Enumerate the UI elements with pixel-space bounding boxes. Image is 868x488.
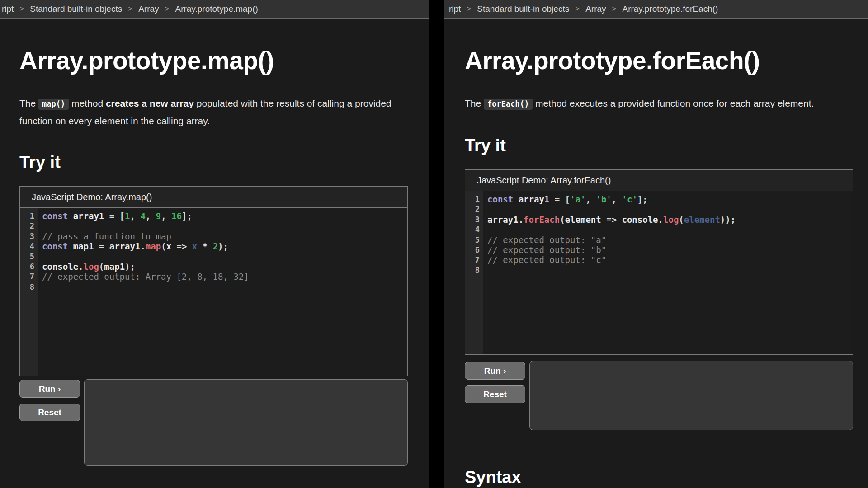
code-token: = [ [549,194,570,204]
code-token: . [658,215,663,225]
code-token: = [94,241,109,251]
code-line[interactable]: array1.forEach(element => console.log(el… [487,215,853,225]
code-token: array1 [73,211,104,221]
try-it-heading: Try it [465,136,853,155]
code-token: , [130,211,141,221]
code-token: map [146,241,161,251]
code-lines[interactable]: const array1 = [1, 4, 9, 16];// pass a f… [38,208,407,376]
line-number: 5 [20,252,38,262]
code-token: ( [560,215,565,225]
code-token: array1 [519,194,550,204]
inline-code-chip: map() [38,99,69,110]
code-line[interactable] [487,265,853,275]
line-number: 2 [465,204,483,214]
breadcrumb-separator-icon: > [128,5,132,14]
code-token: = [ [104,211,125,221]
code-token: console [622,215,658,225]
line-number: 1 [465,194,483,204]
breadcrumb-item[interactable]: ript [2,4,14,14]
breadcrumb-item[interactable]: Standard built-in objects [30,4,122,14]
code-line[interactable]: const array1 = ['a', 'b', 'c']; [487,194,853,204]
code-token: . [519,215,524,225]
reset-button[interactable]: Reset [19,404,80,421]
code-editor: JavaScript Demo: Array.forEach() 1234567… [465,169,853,355]
code-token: map1 [73,241,94,251]
description-text: The [19,98,38,108]
page-title: Array.prototype.map() [19,47,408,74]
code-token: 2 [213,241,218,251]
code-token: console [42,262,78,272]
code-token: array1 [109,241,141,251]
code-token: ( [161,241,166,251]
code-area[interactable]: 12345678 const array1 = ['a', 'b', 'c'];… [465,191,853,354]
code-token: element [565,215,601,225]
line-number: 4 [20,241,38,251]
breadcrumb-separator-icon: > [165,5,170,14]
code-token [68,241,73,251]
line-number-gutter: 12345678 [20,208,38,376]
code-line[interactable]: // pass a function to map [42,231,407,241]
breadcrumb-separator-icon: > [467,5,471,14]
code-area[interactable]: 12345678 const array1 = [1, 4, 9, 16];//… [20,208,407,376]
breadcrumb-item[interactable]: Array [138,4,159,14]
syntax-heading: Syntax [465,467,853,487]
split-view: ript>Standard built-in objects>Array>Arr… [0,0,868,488]
breadcrumb-item[interactable]: Array [585,4,606,14]
line-number: 7 [465,255,483,265]
code-token: ); [125,262,135,272]
code-token: , [612,194,622,204]
code-line[interactable]: console.log(map1); [42,262,407,272]
code-token: x [192,241,197,251]
code-line[interactable] [42,221,407,231]
code-line[interactable]: const array1 = [1, 4, 9, 16]; [42,211,407,221]
line-number: 7 [20,272,38,282]
code-editor: JavaScript Demo: Array.map() 12345678 co… [19,186,408,376]
line-number: 6 [20,262,38,272]
code-token: map1 [104,262,125,272]
code-line[interactable] [42,282,407,292]
editor-controls: Run › Reset [465,361,853,430]
console-output [84,379,408,466]
code-line[interactable]: const map1 = array1.map(x => x * 2); [42,241,407,251]
code-token: . [78,262,83,272]
code-lines[interactable]: const array1 = ['a', 'b', 'c'];array1.fo… [483,191,853,354]
breadcrumb-item[interactable]: Standard built-in objects [477,4,569,14]
console-output [529,361,853,430]
code-line[interactable]: // expected output: "b" [487,245,853,255]
code-token: )); [720,215,736,225]
breadcrumb: ript>Standard built-in objects>Array>Arr… [444,0,868,19]
code-line[interactable]: // expected output: "c" [487,255,853,265]
line-number: 4 [465,225,483,235]
breadcrumb-separator-icon: > [612,5,617,14]
try-it-heading: Try it [19,153,408,172]
line-number: 2 [20,221,38,231]
code-line[interactable] [487,204,853,214]
breadcrumb-item[interactable]: ript [449,4,461,14]
line-number: 6 [465,245,483,255]
code-token: const [42,211,68,221]
code-line[interactable] [487,225,853,235]
code-token: element [684,215,720,225]
breadcrumb-item[interactable]: Array.prototype.forEach() [622,4,718,14]
run-button[interactable]: Run › [465,362,525,380]
code-token: 16 [171,211,182,221]
code-line[interactable]: // expected output: Array [2, 8, 18, 32] [42,272,407,282]
code-token: ( [99,262,104,272]
code-token: , [161,211,171,221]
run-button[interactable]: Run › [19,380,80,398]
code-token: . [140,241,145,251]
code-line[interactable] [42,252,407,262]
button-column: Run › Reset [465,362,525,409]
code-token: 9 [156,211,161,221]
line-number: 8 [20,282,38,292]
reset-button[interactable]: Reset [465,385,525,403]
code-token: ); [218,241,228,251]
code-token: , [146,211,156,221]
code-line[interactable]: // expected output: "a" [487,235,853,245]
code-token: forEach [524,215,560,225]
code-token: // expected output: "b" [487,245,606,255]
code-token [513,194,518,204]
breadcrumb-item[interactable]: Array.prototype.map() [175,4,258,14]
code-token: , [585,194,596,204]
code-token: // expected output: "c" [487,255,606,265]
